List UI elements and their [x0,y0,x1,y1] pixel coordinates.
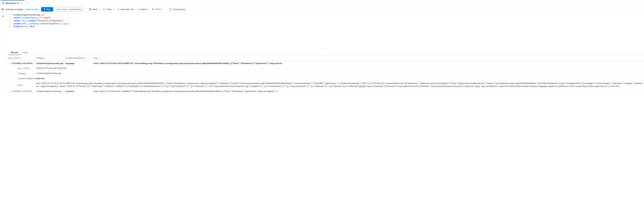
grid-header: time_t [UTC] Category ContainerAppName_s… [5,55,644,61]
tab-title: New Query 1* [6,2,19,4]
query-tab-bar: New Query 1* ✕ ＋ [0,0,644,6]
cell-time: 11/7/2023, 6:41:45.511 ... [12,62,36,65]
format-query-button[interactable]: Format query [168,7,186,11]
query-tab-active[interactable]: New Query 1* ✕ [1,0,24,6]
svg-rect-4 [2,9,4,9]
separator [86,7,86,11]
grid-body: 11/7/2023, 6:41:45.511 ...ContainerAppCo… [5,61,644,94]
select-scope-link[interactable]: Select scope [26,8,38,10]
new-tab-button[interactable]: ＋ [24,0,30,6]
detail-value: stageapp [36,76,644,81]
workspace-name: workspace-stageg... [6,8,24,10]
svg-rect-1 [2,3,4,3]
cell-category: ContainerAppConsoleLogs [36,62,65,65]
time-range-picker[interactable]: Time range : Last 24 hours [54,7,84,11]
close-icon[interactable]: ✕ [20,1,22,4]
cell-category: ContainerAppConsoleLogs [36,90,65,92]
query-toolbar: workspace-stageg... Select scope Run Tim… [0,6,644,13]
chevron-down-icon: ▾ [148,8,149,10]
run-button[interactable]: Run [41,7,53,11]
svg-marker-6 [44,8,46,10]
column-header-category[interactable]: Category [36,55,65,61]
share-button[interactable]: Share ▾ [102,7,115,11]
detail-key: Category [5,72,36,75]
line-numbers: 12345 [5,13,13,28]
save-icon [89,8,92,11]
workspace-icon [1,8,4,11]
pin-to-label: Pin to [156,8,161,10]
share-label: Share [106,8,112,10]
splitter-handle[interactable]: • • • [5,47,644,50]
svg-rect-0 [2,2,4,2]
save-label: Save [92,8,97,10]
table-row[interactable]: 11/7/2023, 6:41:00.718 PMContainerAppCon… [5,89,644,94]
format-icon [169,8,172,11]
detail-value: 2023-11-07T18:41:45.5116722Z [36,66,644,71]
time-range-label: Time range : [56,8,68,10]
export-icon [137,8,140,11]
row-detail: time_t [UTC]2023-11-07T18:41:45.5116722Z… [5,66,644,89]
column-header-time[interactable]: time_t [UTC] [5,55,36,61]
pin-to-button[interactable]: Pin to ▾ [151,7,164,11]
table-row[interactable]: 11/7/2023, 6:41:45.511 ...ContainerAppCo… [5,61,644,66]
code-area[interactable]: ContainerAppConsoleLogs_CL| where Contai… [13,13,644,28]
new-alert-label: New alert rule [120,8,134,10]
share-icon [102,8,105,11]
result-tab-bar: Results Chart [5,50,644,55]
svg-rect-3 [2,8,4,9]
detail-value: time="2023-11-07T18:41:45.511590713Z" le… [36,81,644,89]
save-button[interactable]: Save ▾ [88,7,100,11]
svg-rect-2 [2,3,4,4]
cell-app: stageapp [65,62,94,65]
logs-icon [2,2,4,4]
chevron-right-icon[interactable] [8,90,12,92]
cell-log: time="2023-11-07T18:41:45.511590713Z" le… [94,62,644,65]
detail-key: ContainerAppName_s [5,77,36,80]
pin-icon [152,8,154,11]
play-icon [44,8,46,10]
detail-key: time_t [UTC] [5,67,36,70]
results-grid: time_t [UTC] Category ContainerAppName_s… [5,55,644,94]
chevron-down-icon[interactable] [8,62,12,64]
chevron-down-icon: ▾ [98,8,99,10]
export-button[interactable]: Export ▾ [136,7,150,11]
export-label: Export [140,8,146,10]
cell-time: 11/7/2023, 6:41:00.718 PM [12,90,36,92]
cell-app: stageapp [65,90,94,92]
expand-panel-button[interactable] [1,14,4,18]
query-editor[interactable]: 12345 ContainerAppConsoleLogs_CL| where … [5,13,644,47]
run-label: Run [46,8,50,10]
tab-results[interactable]: Results [8,50,20,55]
plus-icon [117,8,120,11]
new-alert-button[interactable]: New alert rule [116,7,134,11]
time-range-value: Last 24 hours [69,8,82,10]
content-area: 12345 ContainerAppConsoleLogs_CL| where … [5,13,644,94]
chevron-down-icon: ▾ [113,8,114,10]
svg-rect-5 [2,10,3,10]
column-header-log[interactable]: Log_s [94,55,644,61]
main-area: 12345 ContainerAppConsoleLogs_CL| where … [0,13,644,94]
detail-key: Log_s [5,84,36,86]
format-label: Format query [172,8,185,10]
tab-chart[interactable]: Chart [20,50,30,55]
left-rail [0,13,5,94]
column-header-app[interactable]: ContainerAppName_s [65,55,94,61]
detail-value: ContainerAppConsoleLogs [36,71,644,76]
cell-log: time="2023-11-07T18:41:00.718468847Z" le… [94,90,644,92]
chevron-down-icon: ▾ [162,8,163,10]
